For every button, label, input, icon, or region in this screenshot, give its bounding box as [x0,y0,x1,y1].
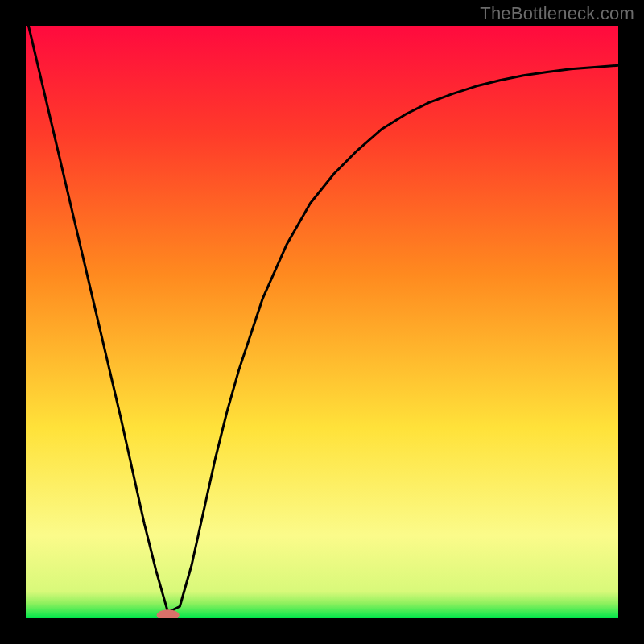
plot-background [26,26,618,618]
chart-svg [0,0,644,644]
chart-frame: TheBottleneck.com [0,0,644,644]
optimal-marker [157,609,180,621]
watermark-text: TheBottleneck.com [480,3,634,24]
